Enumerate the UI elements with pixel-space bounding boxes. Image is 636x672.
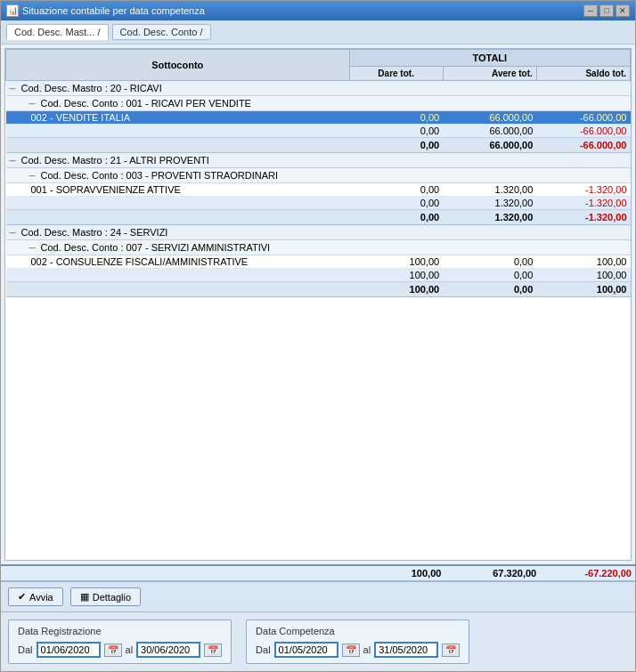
date-registration-title: Data Registrazione — [18, 626, 222, 636]
table-row: 100,00 0,00 100,00 — [6, 269, 631, 282]
footer-buttons: ✔ Avvia ▦ Dettaglio — [1, 582, 635, 612]
table-row: ─ Cod. Desc. Conto : 001 - RICAVI PER VE… — [6, 96, 631, 111]
minimize-button[interactable]: ─ — [583, 4, 598, 17]
item-desc: 001 - SOPRAVVENIENZE ATTIVE — [6, 183, 350, 197]
table-row: ─ Cod. Desc. Mastro : 20 - RICAVI — [6, 81, 631, 96]
item-desc: 002 - VENDITE ITALIA — [6, 111, 350, 125]
table-row[interactable]: 002 - CONSULENZE FISCALI/AMMINISTRATIVE … — [6, 255, 631, 269]
from-label-comp: Dal — [256, 644, 271, 655]
table-row: 0,00 66.000,00 -66.000,00 — [6, 138, 631, 153]
calendar-comp-from-button[interactable]: 📅 — [342, 644, 360, 657]
item-dare: 0,00 — [349, 111, 443, 125]
table-row: 0,00 1.320,00 -1.320,00 — [6, 197, 631, 210]
bottom-section: ✔ Avvia ▦ Dettaglio Data Registrazione D… — [1, 581, 635, 671]
date-section: Data Registrazione Dal 📅 al 📅 Data Compe… — [1, 612, 635, 671]
window-icon: 📊 — [6, 4, 19, 17]
main-content: Sottoconto TOTALI Dare tot. Avere tot. S… — [1, 45, 635, 581]
date-competenza-to[interactable] — [374, 642, 438, 658]
to-label: al — [126, 644, 134, 655]
grid-icon: ▦ — [80, 591, 89, 603]
item-saldo: 100,00 — [536, 255, 630, 269]
conto-collapse-icon[interactable]: ─ — [29, 243, 38, 253]
date-competenza-from[interactable] — [274, 642, 338, 658]
table-row: ─ Cod. Desc. Conto : 007 - SERVIZI AMMIN… — [6, 240, 631, 255]
toolbar: Cod. Desc. Mast... / Cod. Desc. Conto / — [1, 20, 635, 45]
item-avere: 66.000,00 — [443, 111, 536, 125]
item-avere: 0,00 — [443, 255, 536, 269]
main-window: 📊 Situazione contabile per data competen… — [0, 0, 636, 672]
item-avere: 1.320,00 — [443, 183, 536, 197]
checkmark-icon: ✔ — [18, 591, 26, 603]
date-registration-from[interactable] — [37, 642, 101, 658]
total-dare: 0,00 — [349, 138, 443, 153]
table-row: 100,00 0,00 100,00 — [6, 282, 631, 297]
header-totali: TOTALI — [349, 50, 630, 67]
table-row: 0,00 66.000,00 -66.000,00 — [6, 125, 631, 138]
table-row[interactable]: 002 - VENDITE ITALIA 0,00 66.000,00 -66.… — [6, 111, 631, 125]
table-row[interactable]: 001 - SOPRAVVENIENZE ATTIVE 0,00 1.320,0… — [6, 183, 631, 197]
table-row: ─ Cod. Desc. Mastro : 24 - SERVIZI — [6, 225, 631, 240]
conto-collapse-icon[interactable]: ─ — [29, 99, 38, 109]
total-saldo: -1.320,00 — [536, 210, 630, 225]
total-avere: 1.320,00 — [443, 210, 536, 225]
to-label-comp: al — [363, 644, 371, 655]
window-title: Situazione contabile per data competenza — [22, 5, 205, 16]
subtotal-saldo: 100,00 — [536, 269, 630, 282]
table-row: 0,00 1.320,00 -1.320,00 — [6, 210, 631, 225]
grid-container[interactable]: Sottoconto TOTALI Dare tot. Avere tot. S… — [4, 48, 632, 561]
total-avere: 66.000,00 — [443, 138, 536, 153]
mastro-collapse-icon[interactable]: ─ — [10, 228, 19, 238]
subtotal-dare: 0,00 — [349, 125, 443, 138]
data-table: Sottoconto TOTALI Dare tot. Avere tot. S… — [5, 49, 631, 297]
title-bar: 📊 Situazione contabile per data competen… — [1, 1, 635, 20]
maximize-button[interactable]: □ — [599, 4, 614, 17]
subtotal-avere: 66.000,00 — [443, 125, 536, 138]
header-sottoconto: Sottoconto — [6, 50, 350, 81]
total-dare: 0,00 — [349, 210, 443, 225]
date-competenza-group: Data Competenza Dal 📅 al 📅 — [246, 619, 469, 664]
date-competenza-title: Data Competenza — [256, 626, 460, 636]
grand-total-dare: 100,00 — [350, 566, 445, 580]
calendar-to-button[interactable]: 📅 — [204, 644, 222, 657]
item-saldo: -66.000,00 — [536, 111, 630, 125]
header-saldo: Saldo tot. — [536, 67, 630, 81]
from-label: Dal — [18, 644, 33, 655]
dettaglio-button[interactable]: ▦ Dettaglio — [70, 587, 141, 606]
subtotal-avere: 1.320,00 — [443, 197, 536, 210]
total-dare: 100,00 — [349, 282, 443, 297]
total-avere: 0,00 — [443, 282, 536, 297]
grand-total-avere: 67.320,00 — [444, 566, 540, 580]
table-row: ─ Cod. Desc. Conto : 003 - PROVENTI STRA… — [6, 168, 631, 183]
item-saldo: -1.320,00 — [536, 183, 630, 197]
conto-collapse-icon[interactable]: ─ — [29, 171, 38, 181]
header-dare: Dare tot. — [349, 67, 443, 81]
avvia-button[interactable]: ✔ Avvia — [8, 587, 63, 606]
date-registration-group: Data Registrazione Dal 📅 al 📅 — [8, 619, 232, 664]
mastro-collapse-icon[interactable]: ─ — [10, 84, 19, 93]
close-button[interactable]: ✕ — [616, 4, 630, 17]
subtotal-saldo: -1.320,00 — [536, 197, 630, 210]
item-dare: 0,00 — [349, 183, 443, 197]
total-saldo: -66.000,00 — [536, 138, 630, 153]
tab-conto[interactable]: Cod. Desc. Conto / — [112, 24, 211, 40]
table-row: ─ Cod. Desc. Mastro : 21 - ALTRI PROVENT… — [6, 153, 631, 168]
mastro-collapse-icon[interactable]: ─ — [10, 156, 19, 166]
subtotal-dare: 100,00 — [349, 269, 443, 282]
calendar-comp-to-button[interactable]: 📅 — [442, 644, 460, 657]
tab-mastro[interactable]: Cod. Desc. Mast... / — [6, 24, 109, 40]
date-registration-to[interactable] — [136, 642, 200, 658]
total-saldo: 100,00 — [536, 282, 630, 297]
item-dare: 100,00 — [349, 255, 443, 269]
grand-total-row: 100,00 67.320,00 -67.220,00 — [1, 564, 635, 581]
grand-total-saldo: -67.220,00 — [540, 566, 635, 580]
subtotal-avere: 0,00 — [443, 269, 536, 282]
subtotal-dare: 0,00 — [349, 197, 443, 210]
subtotal-saldo: -66.000,00 — [536, 125, 630, 138]
calendar-from-button[interactable]: 📅 — [104, 644, 122, 657]
header-avere: Avere tot. — [443, 67, 536, 81]
item-desc: 002 - CONSULENZE FISCALI/AMMINISTRATIVE — [6, 255, 350, 269]
